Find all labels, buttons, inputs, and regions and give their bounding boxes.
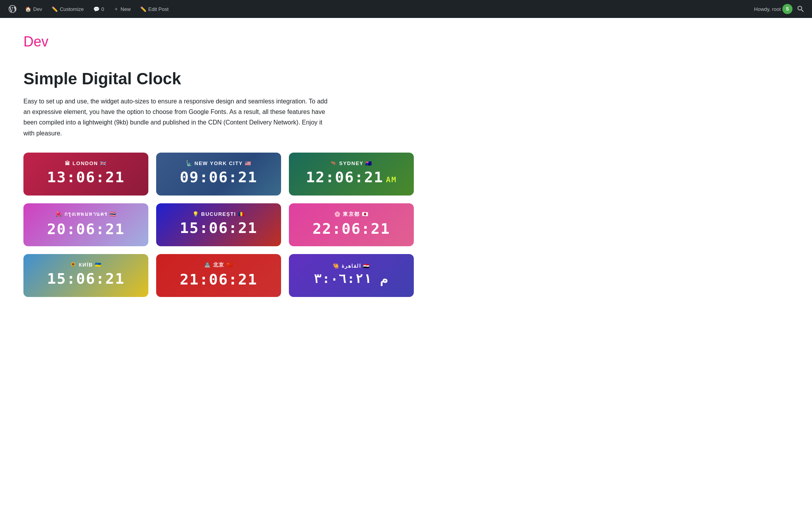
clock-ampm-sydney: AM bbox=[386, 175, 397, 184]
avatar[interactable]: S bbox=[782, 4, 792, 14]
adminbar-new[interactable]: ＋ New bbox=[109, 0, 135, 18]
clock-time-london: 13:06:21 bbox=[47, 169, 125, 186]
adminbar-comments[interactable]: 💬 0 bbox=[89, 0, 109, 18]
clock-card-london: 🏛LONDON🇬🇧13:06:21 bbox=[23, 153, 148, 196]
adminbar-site-icon: 🏠 bbox=[25, 6, 31, 12]
adminbar-edit-post[interactable]: ✏️ Edit Post bbox=[135, 0, 173, 18]
clock-time-kyiv: 15:06:21 bbox=[47, 270, 125, 287]
post-title: Simple Digital Clock bbox=[23, 69, 523, 88]
clock-city-cairo: 🐫القاهرة🇪🇬 bbox=[333, 263, 370, 269]
clock-time-sydney: 12:06:21AM bbox=[306, 169, 397, 186]
page-content: Dev Simple Digital Clock Easy to set up … bbox=[0, 18, 547, 313]
clock-city-kyiv: 🌻КИЇВ🇺🇦 bbox=[70, 262, 102, 268]
adminbar-site-name[interactable]: 🏠 Dev bbox=[20, 0, 47, 18]
clock-time-bucharest: 15:06:21 bbox=[180, 219, 257, 236]
clock-city-london: 🏛LONDON🇬🇧 bbox=[65, 160, 107, 166]
clock-card-sydney: 🦘SYDNEY🇦🇺12:06:21AM bbox=[289, 153, 414, 196]
clock-city-nyc: 🗽NEW YORK CITY🇺🇸 bbox=[186, 160, 252, 166]
clock-city-beijing: 🏯北京🇨🇳 bbox=[204, 261, 233, 268]
site-title: Dev bbox=[23, 34, 523, 50]
clock-grid: 🏛LONDON🇬🇧13:06:21🗽NEW YORK CITY🇺🇸09:06:2… bbox=[23, 153, 414, 297]
clock-time-cairo: م ٣:٠٦:٢١ bbox=[314, 271, 388, 286]
clock-city-bucharest: 💡BUCUREȘTI🇷🇴 bbox=[192, 211, 245, 217]
adminbar-customize[interactable]: ✏️ Customize bbox=[47, 0, 88, 18]
edit-post-icon: ✏️ bbox=[140, 6, 146, 12]
clock-time-beijing: 21:06:21 bbox=[180, 271, 257, 288]
comments-icon: 💬 bbox=[93, 6, 100, 12]
clock-card-kyiv: 🌻КИЇВ🇺🇦15:06:21 bbox=[23, 254, 148, 297]
howdy-text: Howdy, root bbox=[754, 6, 781, 12]
admin-bar: 🏠 Dev ✏️ Customize 💬 0 ＋ New ✏️ Edit Pos… bbox=[0, 0, 812, 18]
wp-logo[interactable] bbox=[5, 0, 20, 18]
post-description: Easy to set up and use, the widget auto-… bbox=[23, 96, 328, 139]
search-button[interactable] bbox=[794, 0, 807, 18]
clock-time-tokyo: 22:06:21 bbox=[312, 220, 390, 237]
clock-city-sydney: 🦘SYDNEY🇦🇺 bbox=[330, 160, 372, 166]
clock-time-nyc: 09:06:21 bbox=[180, 169, 257, 186]
clock-card-bucharest: 💡BUCUREȘTI🇷🇴15:06:21 bbox=[156, 203, 281, 246]
clock-city-bangkok: 🌺กรุงเทพมหานคร🇹🇭 bbox=[55, 210, 116, 218]
clock-card-bangkok: 🌺กรุงเทพมหานคร🇹🇭20:06:21 bbox=[23, 203, 148, 246]
clock-city-tokyo: 🌸東京都🇯🇵 bbox=[334, 211, 369, 218]
new-icon: ＋ bbox=[114, 5, 119, 12]
clock-card-cairo: 🐫القاهرة🇪🇬م ٣:٠٦:٢١ bbox=[289, 254, 414, 297]
clock-card-beijing: 🏯北京🇨🇳21:06:21 bbox=[156, 254, 281, 297]
clock-card-tokyo: 🌸東京都🇯🇵22:06:21 bbox=[289, 203, 414, 246]
clock-time-bangkok: 20:06:21 bbox=[47, 220, 125, 238]
clock-card-nyc: 🗽NEW YORK CITY🇺🇸09:06:21 bbox=[156, 153, 281, 196]
customize-icon: ✏️ bbox=[52, 6, 58, 12]
